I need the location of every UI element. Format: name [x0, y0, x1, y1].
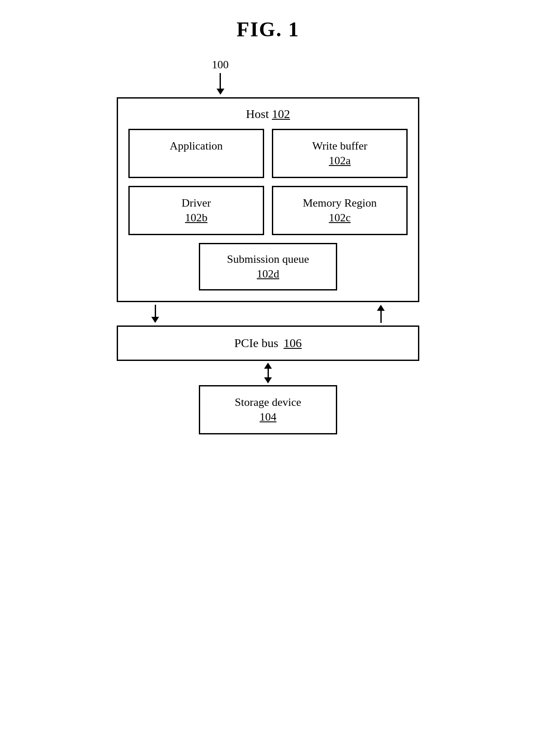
submission-queue-title: Submission queue	[227, 253, 309, 265]
pcie-bus-title: PCIe bus	[234, 336, 278, 350]
pcie-bus-ref: 106	[284, 336, 302, 350]
storage-device-title: Storage device	[235, 396, 301, 408]
driver-ref: 102b	[137, 211, 256, 224]
submission-queue-ref: 102d	[217, 268, 319, 281]
label-100: 100	[212, 58, 229, 71]
write-buffer-ref: 102a	[280, 154, 399, 167]
inner-grid: Application Write buffer 102a Driver 102…	[128, 129, 408, 235]
application-title: Application	[170, 140, 223, 152]
host-label: Host 102	[128, 107, 408, 121]
memory-region-title: Memory Region	[303, 197, 376, 209]
arrow-right	[377, 305, 385, 323]
memory-region-box: Memory Region 102c	[272, 186, 408, 235]
pcie-bus-box: PCIe bus 106	[117, 325, 419, 361]
write-buffer-box: Write buffer 102a	[272, 129, 408, 178]
driver-title: Driver	[182, 197, 211, 209]
application-box: Application	[128, 129, 264, 178]
host-pcie-arrows	[117, 305, 419, 323]
arrow-down-to-host	[217, 73, 224, 95]
memory-region-ref: 102c	[280, 211, 399, 224]
host-box: Host 102 Application Write buffer 102a D…	[117, 97, 419, 302]
storage-device-ref: 104	[207, 411, 329, 424]
fig-title: FIG. 1	[236, 17, 299, 41]
pcie-storage-arrow	[264, 363, 272, 383]
diagram-container: 100 Host 102 Application Write buffer 10…	[112, 58, 424, 434]
submission-queue-box: Submission queue 102d	[199, 243, 337, 290]
arrow-left	[151, 305, 159, 323]
write-buffer-title: Write buffer	[312, 140, 367, 152]
submission-row: Submission queue 102d	[128, 243, 408, 290]
driver-box: Driver 102b	[128, 186, 264, 235]
storage-device-box: Storage device 104	[199, 385, 337, 434]
